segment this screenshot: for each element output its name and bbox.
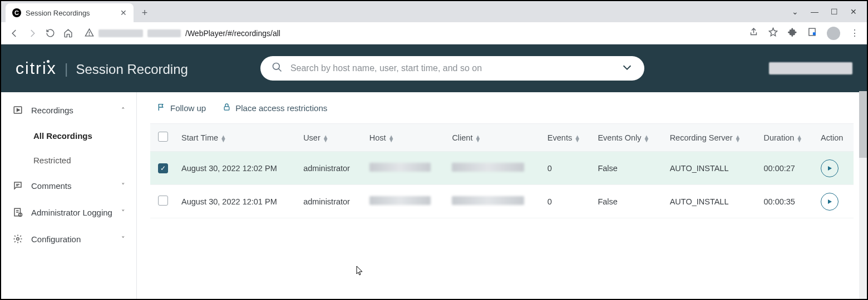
- svg-point-7: [17, 238, 19, 241]
- minimize-icon[interactable]: ―: [811, 7, 818, 16]
- cell-server: AUTO_INSTALL: [664, 152, 758, 185]
- sidebar-item-admin-logging[interactable]: Administrator Logging ˅: [1, 199, 136, 226]
- svg-rect-2: [813, 32, 816, 35]
- app-header: citrix | Session Recording: [1, 44, 867, 92]
- content-area: Follow up Place access restrictions Star…: [137, 92, 867, 300]
- brand-separator: |: [65, 61, 68, 78]
- col-user[interactable]: User▲▼: [298, 124, 364, 152]
- cell-events: 0: [542, 185, 593, 218]
- cell-events-only: False: [592, 185, 664, 218]
- maximize-icon[interactable]: ☐: [831, 7, 838, 16]
- cell-server: AUTO_INSTALL: [664, 185, 758, 218]
- redacted-path1: [147, 29, 181, 37]
- sidebar-item-label: Configuration: [31, 234, 81, 244]
- browser-chrome: C Session Recordings ✕ + ⌄ ― ☐ ✕: [1, 1, 867, 44]
- cell-duration: 00:00:27: [758, 152, 815, 185]
- forward-icon[interactable]: [27, 28, 38, 39]
- cell-events: 0: [542, 152, 593, 185]
- sidebar-item-label: Administrator Logging: [31, 208, 112, 217]
- chevron-down-icon: ˅: [121, 208, 125, 217]
- svg-point-3: [273, 63, 279, 70]
- close-icon[interactable]: ✕: [120, 8, 127, 17]
- col-host[interactable]: Host▲▼: [364, 124, 447, 152]
- search-input[interactable]: [290, 63, 621, 73]
- sidebar-item-recordings[interactable]: Recordings ˄: [1, 97, 136, 123]
- cell-user: administrator: [298, 152, 364, 185]
- bookmark-icon[interactable]: [768, 27, 778, 39]
- gear-icon: [12, 233, 23, 244]
- cell-client: [446, 152, 541, 185]
- url-suffix: /WebPlayer/#/recordings/all: [185, 29, 280, 38]
- sidebar-item-label: Comments: [31, 181, 72, 191]
- col-events-only[interactable]: Events Only▲▼: [592, 124, 664, 152]
- cell-host: [364, 152, 447, 185]
- chevron-down-icon: ˅: [121, 182, 125, 190]
- mouse-cursor: [356, 266, 364, 278]
- follow-up-button[interactable]: Follow up: [157, 103, 206, 113]
- chevron-up-icon: ˄: [121, 106, 125, 114]
- reload-icon[interactable]: [45, 28, 56, 39]
- restrict-button[interactable]: Place access restrictions: [223, 103, 327, 113]
- table-row[interactable]: ✓ August 30, 2022 12:02 PM administrator…: [150, 152, 854, 185]
- redacted-user-area[interactable]: [769, 62, 852, 74]
- lock-icon: [223, 103, 231, 113]
- chevron-down-icon[interactable]: [621, 61, 633, 76]
- cell-client: [446, 185, 541, 218]
- play-box-icon: [12, 104, 23, 116]
- table-row[interactable]: August 30, 2022 12:01 PM administrator 0…: [150, 185, 854, 218]
- kebab-icon[interactable]: ⋮: [850, 28, 859, 38]
- not-secure-icon: [85, 28, 94, 39]
- new-tab-button[interactable]: +: [137, 5, 152, 21]
- sidebar-item-label: Recordings: [31, 106, 73, 115]
- sidebar-item-restricted[interactable]: Restricted: [1, 148, 136, 172]
- play-button[interactable]: [821, 159, 839, 177]
- window-controls: ⌄ ― ☐ ✕: [782, 1, 867, 22]
- select-all-checkbox[interactable]: [158, 132, 168, 142]
- search-icon: [272, 62, 283, 75]
- product-name: Session Recording: [76, 62, 188, 77]
- col-action: Action: [815, 124, 854, 152]
- cell-events-only: False: [592, 152, 664, 185]
- col-client[interactable]: Client▲▼: [446, 124, 541, 152]
- tab-favicon: C: [12, 8, 21, 17]
- sidebar: Recordings ˄ All Recordings Restricted C…: [1, 92, 137, 300]
- cell-user: administrator: [298, 185, 364, 218]
- tab-search-icon[interactable]: ⌄: [792, 7, 798, 16]
- window-close-icon[interactable]: ✕: [850, 7, 857, 16]
- cell-duration: 00:00:35: [758, 185, 815, 218]
- extensions-icon[interactable]: [788, 27, 797, 39]
- col-start[interactable]: Start Time▲▼: [176, 124, 298, 152]
- cell-start: August 30, 2022 12:01 PM: [176, 185, 298, 218]
- tab-title: Session Recordings: [26, 9, 90, 17]
- sidebar-item-configuration[interactable]: Configuration ˅: [1, 226, 136, 252]
- col-server[interactable]: Recording Server▲▼: [664, 124, 758, 152]
- comment-icon: [12, 180, 23, 191]
- redacted-host: [98, 29, 143, 37]
- chevron-down-icon: ˅: [121, 235, 125, 243]
- profile-avatar[interactable]: [827, 27, 840, 40]
- address-bar[interactable]: /WebPlayer/#/recordings/all: [80, 25, 742, 42]
- col-events[interactable]: Events▲▼: [542, 124, 593, 152]
- home-icon[interactable]: [62, 28, 73, 39]
- row-checkbox[interactable]: [158, 196, 168, 206]
- log-icon: [12, 207, 23, 218]
- cell-host: [364, 185, 447, 218]
- svg-point-0: [89, 34, 90, 35]
- svg-rect-8: [224, 107, 229, 110]
- scrollbar[interactable]: [859, 91, 867, 299]
- play-button[interactable]: [821, 193, 839, 211]
- search-bar[interactable]: [260, 56, 644, 81]
- col-duration[interactable]: Duration▲▼: [758, 124, 815, 152]
- flag-icon: [157, 103, 166, 113]
- sidebar-item-comments[interactable]: Comments ˅: [1, 172, 136, 199]
- brand-logo: citrix: [16, 59, 57, 78]
- row-checkbox[interactable]: ✓: [158, 163, 168, 173]
- reading-list-icon[interactable]: [807, 27, 817, 39]
- recordings-table: Start Time▲▼ User▲▼ Host▲▼ Client▲▼ Even…: [150, 123, 854, 218]
- back-icon[interactable]: [9, 28, 20, 39]
- cell-start: August 30, 2022 12:02 PM: [176, 152, 298, 185]
- share-icon[interactable]: [749, 27, 758, 39]
- browser-tab[interactable]: C Session Recordings ✕: [6, 3, 134, 22]
- sidebar-item-all-recordings[interactable]: All Recordings: [1, 123, 136, 148]
